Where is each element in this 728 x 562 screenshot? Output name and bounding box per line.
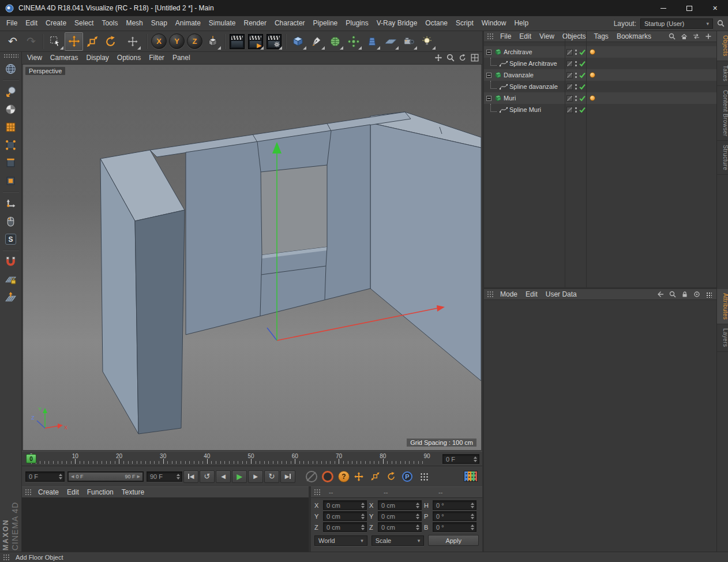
previous-frame-button[interactable]: ◀ [216,470,231,483]
close-button[interactable]: × [702,0,728,16]
object-row[interactable]: Davanzale [484,69,716,81]
layout-dropdown[interactable]: Startup (User) ▾ [640,18,713,29]
workplane-lock-button[interactable] [1,271,21,289]
render-view-button[interactable] [228,32,246,51]
start-frame-field[interactable]: 0 F [25,471,65,482]
x-axis-lock-button[interactable]: X [151,33,167,49]
texture-mode-button[interactable] [1,118,21,136]
enabled-check-icon[interactable] [579,84,586,90]
scale-tool-button[interactable] [83,32,102,51]
key-parameter-button[interactable]: P [400,470,414,484]
visibility-dots[interactable] [575,61,577,67]
visibility-dots[interactable] [575,72,577,78]
material-menu-item[interactable]: Edit [63,487,83,497]
layer-chip[interactable] [566,84,573,90]
record-disabled-button[interactable] [306,471,317,482]
size-input[interactable]: 0 cm [378,511,422,521]
expand-toggle-icon[interactable] [486,73,491,78]
add-primitive-cube-button[interactable] [289,32,307,51]
make-editable-button[interactable] [1,83,21,100]
move-tool-button[interactable] [65,32,83,51]
viewport-menu-item[interactable]: Filter [145,52,168,64]
redo-button[interactable]: ↷ [22,32,40,51]
timeline-palette-icon[interactable] [464,471,478,482]
attribute-content-area[interactable] [484,301,716,552]
range-left-arrow-icon[interactable]: ◀ [71,474,74,479]
autokey-help-button[interactable]: ? [338,471,350,482]
magnet-snap-button[interactable] [1,253,21,271]
next-frame-button[interactable]: ▶ [248,470,263,483]
object-manager-menu-item[interactable]: Edit [515,31,535,42]
menu-item[interactable]: Octane [421,16,452,31]
panel-tab[interactable]: Layers [717,324,728,351]
transform-space-dropdown[interactable]: World▾ [314,535,367,546]
visibility-dots[interactable] [575,84,577,90]
viewport-menu-item[interactable]: Display [82,52,112,64]
menu-item[interactable]: Simulate [205,16,240,31]
material-menu-item[interactable]: Function [83,487,118,497]
last-used-tool-button[interactable] [123,32,142,51]
camera-label[interactable]: Perspective [25,67,65,75]
visibility-dots[interactable] [575,107,577,113]
attribute-menu-item[interactable]: Edit [521,289,542,299]
point-mode-button[interactable] [1,136,21,154]
expand-toggle-icon[interactable] [486,50,491,55]
stepper-arrows[interactable] [174,474,180,479]
position-input[interactable]: 0 cm [323,522,367,532]
play-backward-button[interactable]: ↺ [200,470,215,483]
live-selection-button[interactable] [46,32,65,51]
enabled-check-icon[interactable] [579,107,586,113]
tweak-mode-button[interactable] [1,212,21,230]
layer-chip[interactable] [566,72,573,78]
palette-grip[interactable] [3,54,18,59]
search-icon[interactable] [669,291,676,298]
add-icon[interactable] [705,33,712,40]
object-manager-menu-item[interactable]: Bookmarks [613,31,655,42]
model-mode-button[interactable] [1,100,21,118]
workplane-button[interactable] [1,289,21,306]
menu-item[interactable]: Select [70,16,97,31]
object-manager-menu-item[interactable]: File [496,31,515,42]
rotation-input[interactable]: 0 ° [433,500,476,510]
add-light-button[interactable] [418,32,437,51]
enabled-check-icon[interactable] [579,61,586,67]
expand-toggle-icon[interactable] [486,96,491,101]
menu-item[interactable]: Animate [171,16,205,31]
object-manager-menu-item[interactable]: Tags [590,31,613,42]
search-icon[interactable] [669,33,676,40]
zoom-view-icon[interactable] [446,54,455,62]
enabled-check-icon[interactable] [579,49,586,55]
visibility-dots[interactable] [575,95,577,102]
add-deformer-button[interactable] [363,32,381,51]
menu-item[interactable]: Script [452,16,478,31]
object-row[interactable]: Spline davanzale [484,81,716,92]
material-menu-item[interactable]: Create [34,487,63,497]
key-position-button[interactable] [352,470,366,484]
history-back-icon[interactable] [657,291,664,298]
size-mode-dropdown[interactable]: Scale▾ [371,535,425,546]
panel-tab[interactable]: Content Browser [717,86,728,141]
viewport-menu-item[interactable]: Cameras [46,52,82,64]
menu-item[interactable]: Snap [147,16,171,31]
viewport-canvas[interactable]: Y X Z Perspective Grid Spacing : 100 cm [23,65,481,450]
panel-tab[interactable]: Objects [717,31,728,61]
play-button[interactable]: ▶ [232,470,247,483]
timeline-ruler[interactable]: 0 0102030405060708090 0 F [22,451,482,466]
key-rotation-button[interactable] [384,470,398,484]
viewport-menu-item[interactable]: Options [113,52,145,64]
enabled-check-icon[interactable] [579,95,586,102]
rotation-input[interactable]: 0 ° [433,522,476,532]
position-input[interactable]: 0 cm [323,500,367,510]
loop-mode-button[interactable]: ↻ [264,470,279,483]
panel-grip[interactable] [487,291,494,298]
menu-item[interactable]: Plugins [342,16,372,31]
rotate-view-icon[interactable] [459,54,467,62]
panel-tab[interactable]: Takes [717,61,728,86]
attribute-menu-item[interactable]: User Data [542,289,581,299]
add-modeling-object-button[interactable] [344,32,363,51]
panel-grip[interactable] [487,33,494,40]
stepper-arrows[interactable] [471,456,477,462]
panel-grip[interactable] [3,554,10,561]
polygon-mode-button[interactable] [1,172,21,190]
undo-button[interactable]: ↶ [3,32,22,51]
